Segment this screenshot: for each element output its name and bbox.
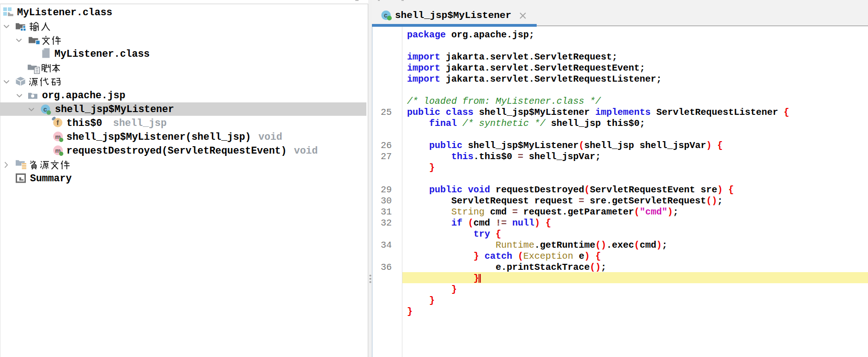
svg-text:c: c: [43, 106, 47, 113]
svg-text:f: f: [56, 119, 59, 126]
